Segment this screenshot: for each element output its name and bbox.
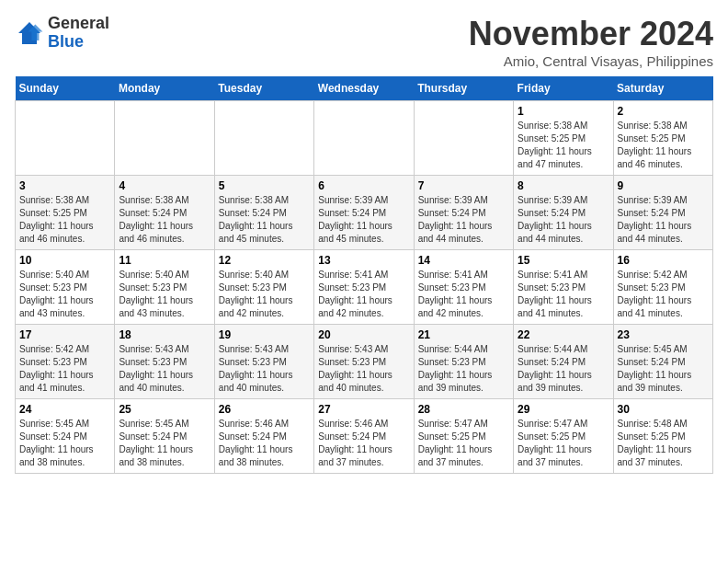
day-number: 5 bbox=[219, 179, 310, 192]
calendar-week-5: 24Sunrise: 5:45 AM Sunset: 5:24 PM Dayli… bbox=[16, 399, 713, 474]
calendar-cell: 30Sunrise: 5:48 AM Sunset: 5:25 PM Dayli… bbox=[613, 399, 712, 474]
day-number: 18 bbox=[119, 328, 210, 341]
logo: General Blue bbox=[15, 15, 109, 52]
day-header-thursday: Thursday bbox=[414, 76, 513, 101]
header-row: SundayMondayTuesdayWednesdayThursdayFrid… bbox=[16, 76, 713, 101]
calendar-week-4: 17Sunrise: 5:42 AM Sunset: 5:23 PM Dayli… bbox=[16, 325, 713, 399]
header: General Blue November 2024 Amio, Central… bbox=[15, 15, 713, 69]
calendar-week-1: 1Sunrise: 5:38 AM Sunset: 5:25 PM Daylig… bbox=[16, 101, 713, 176]
calendar-cell: 20Sunrise: 5:43 AM Sunset: 5:23 PM Dayli… bbox=[314, 325, 414, 399]
location-title: Amio, Central Visayas, Philippines bbox=[469, 53, 713, 69]
calendar-cell: 10Sunrise: 5:40 AM Sunset: 5:23 PM Dayli… bbox=[16, 250, 115, 325]
day-number: 1 bbox=[518, 105, 609, 118]
day-header-tuesday: Tuesday bbox=[214, 76, 313, 101]
day-number: 12 bbox=[219, 254, 310, 267]
calendar-cell: 1Sunrise: 5:38 AM Sunset: 5:25 PM Daylig… bbox=[514, 101, 613, 176]
day-info: Sunrise: 5:43 AM Sunset: 5:23 PM Dayligh… bbox=[219, 343, 310, 395]
day-info: Sunrise: 5:44 AM Sunset: 5:24 PM Dayligh… bbox=[518, 343, 609, 395]
calendar-cell: 21Sunrise: 5:44 AM Sunset: 5:23 PM Dayli… bbox=[414, 325, 513, 399]
calendar-week-3: 10Sunrise: 5:40 AM Sunset: 5:23 PM Dayli… bbox=[16, 250, 713, 325]
day-info: Sunrise: 5:45 AM Sunset: 5:24 PM Dayligh… bbox=[618, 343, 709, 395]
calendar-cell: 4Sunrise: 5:38 AM Sunset: 5:24 PM Daylig… bbox=[115, 176, 214, 250]
day-info: Sunrise: 5:39 AM Sunset: 5:24 PM Dayligh… bbox=[518, 194, 609, 246]
day-info: Sunrise: 5:38 AM Sunset: 5:25 PM Dayligh… bbox=[618, 120, 709, 171]
day-info: Sunrise: 5:41 AM Sunset: 5:23 PM Dayligh… bbox=[318, 269, 409, 320]
day-info: Sunrise: 5:43 AM Sunset: 5:23 PM Dayligh… bbox=[318, 343, 409, 395]
day-info: Sunrise: 5:47 AM Sunset: 5:25 PM Dayligh… bbox=[418, 418, 509, 469]
calendar-cell: 29Sunrise: 5:47 AM Sunset: 5:25 PM Dayli… bbox=[514, 399, 613, 474]
calendar-cell: 25Sunrise: 5:45 AM Sunset: 5:24 PM Dayli… bbox=[115, 399, 214, 474]
day-number: 7 bbox=[418, 179, 509, 192]
calendar-cell bbox=[16, 101, 115, 176]
day-header-sunday: Sunday bbox=[16, 76, 115, 101]
day-info: Sunrise: 5:45 AM Sunset: 5:24 PM Dayligh… bbox=[19, 418, 110, 469]
day-number: 6 bbox=[318, 179, 409, 192]
calendar-cell: 2Sunrise: 5:38 AM Sunset: 5:25 PM Daylig… bbox=[613, 101, 712, 176]
day-number: 3 bbox=[19, 179, 110, 192]
calendar-cell: 27Sunrise: 5:46 AM Sunset: 5:24 PM Dayli… bbox=[314, 399, 414, 474]
calendar-cell: 9Sunrise: 5:39 AM Sunset: 5:24 PM Daylig… bbox=[613, 176, 712, 250]
day-number: 10 bbox=[19, 254, 110, 267]
calendar-cell: 18Sunrise: 5:43 AM Sunset: 5:23 PM Dayli… bbox=[115, 325, 214, 399]
calendar-cell: 13Sunrise: 5:41 AM Sunset: 5:23 PM Dayli… bbox=[314, 250, 414, 325]
calendar-cell: 16Sunrise: 5:42 AM Sunset: 5:23 PM Dayli… bbox=[613, 250, 712, 325]
day-info: Sunrise: 5:45 AM Sunset: 5:24 PM Dayligh… bbox=[119, 418, 210, 469]
day-info: Sunrise: 5:38 AM Sunset: 5:25 PM Dayligh… bbox=[19, 194, 110, 246]
day-header-wednesday: Wednesday bbox=[314, 76, 414, 101]
calendar-cell: 28Sunrise: 5:47 AM Sunset: 5:25 PM Dayli… bbox=[414, 399, 513, 474]
title-area: November 2024 Amio, Central Visayas, Phi… bbox=[469, 15, 713, 69]
calendar-table: SundayMondayTuesdayWednesdayThursdayFrid… bbox=[15, 76, 713, 474]
calendar-week-2: 3Sunrise: 5:38 AM Sunset: 5:25 PM Daylig… bbox=[16, 176, 713, 250]
day-number: 20 bbox=[318, 328, 409, 341]
logo-icon bbox=[15, 18, 44, 48]
day-number: 9 bbox=[618, 179, 709, 192]
day-info: Sunrise: 5:46 AM Sunset: 5:24 PM Dayligh… bbox=[318, 418, 409, 469]
day-info: Sunrise: 5:40 AM Sunset: 5:23 PM Dayligh… bbox=[219, 269, 310, 320]
day-number: 21 bbox=[418, 328, 509, 341]
day-number: 22 bbox=[518, 328, 609, 341]
day-header-monday: Monday bbox=[115, 76, 214, 101]
day-header-friday: Friday bbox=[514, 76, 613, 101]
calendar-cell: 6Sunrise: 5:39 AM Sunset: 5:24 PM Daylig… bbox=[314, 176, 414, 250]
calendar-cell: 24Sunrise: 5:45 AM Sunset: 5:24 PM Dayli… bbox=[16, 399, 115, 474]
day-info: Sunrise: 5:46 AM Sunset: 5:24 PM Dayligh… bbox=[219, 418, 310, 469]
day-number: 14 bbox=[418, 254, 509, 267]
day-info: Sunrise: 5:40 AM Sunset: 5:23 PM Dayligh… bbox=[19, 269, 110, 320]
day-number: 2 bbox=[618, 105, 709, 118]
day-info: Sunrise: 5:43 AM Sunset: 5:23 PM Dayligh… bbox=[119, 343, 210, 395]
day-number: 23 bbox=[618, 328, 709, 341]
day-number: 15 bbox=[518, 254, 609, 267]
day-info: Sunrise: 5:42 AM Sunset: 5:23 PM Dayligh… bbox=[19, 343, 110, 395]
month-title: November 2024 bbox=[469, 15, 713, 53]
day-info: Sunrise: 5:44 AM Sunset: 5:23 PM Dayligh… bbox=[418, 343, 509, 395]
day-number: 30 bbox=[618, 403, 709, 416]
day-number: 4 bbox=[119, 179, 210, 192]
calendar-cell bbox=[314, 101, 414, 176]
day-info: Sunrise: 5:48 AM Sunset: 5:25 PM Dayligh… bbox=[618, 418, 709, 469]
day-number: 24 bbox=[19, 403, 110, 416]
calendar-cell: 19Sunrise: 5:43 AM Sunset: 5:23 PM Dayli… bbox=[214, 325, 313, 399]
day-number: 8 bbox=[518, 179, 609, 192]
day-number: 16 bbox=[618, 254, 709, 267]
day-number: 28 bbox=[418, 403, 509, 416]
day-info: Sunrise: 5:47 AM Sunset: 5:25 PM Dayligh… bbox=[518, 418, 609, 469]
calendar-cell: 3Sunrise: 5:38 AM Sunset: 5:25 PM Daylig… bbox=[16, 176, 115, 250]
day-info: Sunrise: 5:39 AM Sunset: 5:24 PM Dayligh… bbox=[618, 194, 709, 246]
day-number: 13 bbox=[318, 254, 409, 267]
day-info: Sunrise: 5:41 AM Sunset: 5:23 PM Dayligh… bbox=[518, 269, 609, 320]
day-number: 25 bbox=[119, 403, 210, 416]
day-info: Sunrise: 5:38 AM Sunset: 5:25 PM Dayligh… bbox=[518, 120, 609, 171]
day-info: Sunrise: 5:42 AM Sunset: 5:23 PM Dayligh… bbox=[618, 269, 709, 320]
day-number: 26 bbox=[219, 403, 310, 416]
day-number: 17 bbox=[19, 328, 110, 341]
day-number: 27 bbox=[318, 403, 409, 416]
calendar-cell: 5Sunrise: 5:38 AM Sunset: 5:24 PM Daylig… bbox=[214, 176, 313, 250]
day-info: Sunrise: 5:41 AM Sunset: 5:23 PM Dayligh… bbox=[418, 269, 509, 320]
day-number: 11 bbox=[119, 254, 210, 267]
calendar-cell bbox=[214, 101, 313, 176]
day-info: Sunrise: 5:38 AM Sunset: 5:24 PM Dayligh… bbox=[219, 194, 310, 246]
day-header-saturday: Saturday bbox=[613, 76, 712, 101]
calendar-cell: 15Sunrise: 5:41 AM Sunset: 5:23 PM Dayli… bbox=[514, 250, 613, 325]
calendar-cell: 12Sunrise: 5:40 AM Sunset: 5:23 PM Dayli… bbox=[214, 250, 313, 325]
calendar-cell: 8Sunrise: 5:39 AM Sunset: 5:24 PM Daylig… bbox=[514, 176, 613, 250]
